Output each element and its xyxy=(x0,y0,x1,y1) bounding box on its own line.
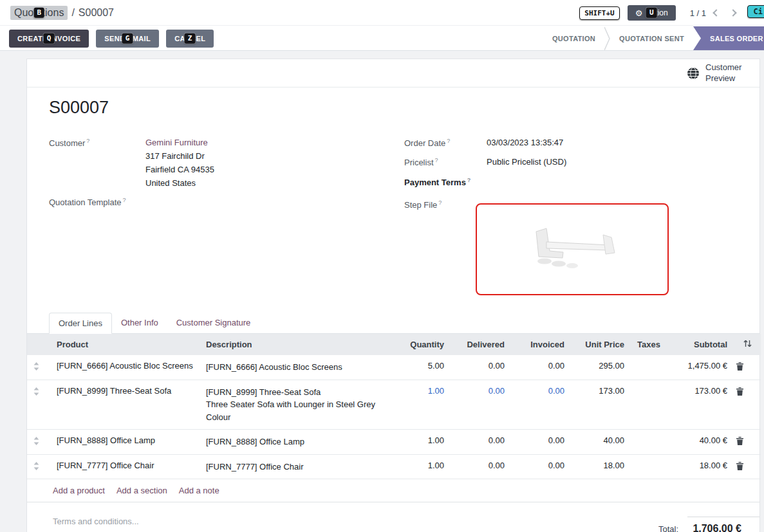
toggle-columns-button[interactable] xyxy=(734,334,761,355)
keyboard-shortcut-badge: SHIFT+U xyxy=(579,6,619,20)
step-file-image[interactable] xyxy=(476,203,669,295)
tab-customer-signature[interactable]: Customer Signature xyxy=(167,313,260,333)
cell-taxes[interactable] xyxy=(631,380,669,430)
drag-handle-icon[interactable] xyxy=(27,355,50,380)
cell-product[interactable]: [FURN_7777] Office Chair xyxy=(50,454,200,479)
subtotal-column-header[interactable]: Subtotal xyxy=(669,334,734,355)
terms-and-conditions-field[interactable]: Terms and conditions... xyxy=(53,517,139,526)
pricelist-value[interactable]: Public Pricelist (USD) xyxy=(487,157,566,167)
cell-product[interactable]: [FURN_8999] Three-Seat Sofa xyxy=(50,380,200,430)
add-note-link[interactable]: Add a note xyxy=(179,486,219,495)
help-tooltip-icon[interactable]: ? xyxy=(447,138,450,144)
breadcrumb-quotations[interactable]: Quotations B xyxy=(10,6,68,20)
delete-line-button[interactable] xyxy=(736,437,743,445)
cell-unit-price[interactable]: 40.00 xyxy=(571,430,631,455)
delivered-column-header[interactable]: Delivered xyxy=(451,334,511,355)
description-column-header[interactable]: Description xyxy=(200,334,393,355)
action-buttons: CREATE INVOICE Q SEND EMAIL G CANCEL Z xyxy=(9,26,214,51)
cell-taxes[interactable] xyxy=(631,454,669,479)
create-invoice-button[interactable]: CREATE INVOICE Q xyxy=(9,30,89,48)
help-tooltip-icon[interactable]: ? xyxy=(467,177,471,183)
delete-line-button[interactable] xyxy=(736,387,743,396)
add-section-link[interactable]: Add a section xyxy=(116,486,167,495)
cell-quantity[interactable]: 1.00 xyxy=(393,430,451,455)
sales-order-page: Quotations B / S00007 SHIFT+U ⚙ Action U… xyxy=(0,0,764,532)
payment-terms-field[interactable] xyxy=(487,177,667,188)
hint-badge-ci: Ci xyxy=(747,5,764,18)
cell-delivered[interactable]: 0.00 xyxy=(451,355,511,380)
delete-line-button[interactable] xyxy=(736,362,743,371)
cell-invoiced[interactable]: 0.00 xyxy=(511,454,571,479)
cell-delivered[interactable]: 0.00 xyxy=(451,454,511,479)
handle-column-header xyxy=(27,334,50,355)
tab-other-info[interactable]: Other Info xyxy=(112,313,167,333)
order-date-value[interactable]: 03/03/2023 13:35:47 xyxy=(487,138,563,147)
cell-description[interactable]: [FURN_7777] Office Chair xyxy=(200,454,393,479)
customer-address-line2: Fairfield CA 94535 xyxy=(145,165,214,174)
taxes-column-header[interactable]: Taxes xyxy=(631,334,669,355)
help-tooltip-icon[interactable]: ? xyxy=(86,138,89,144)
quotation-template-field[interactable] xyxy=(145,197,326,208)
drag-handle-icon[interactable] xyxy=(27,454,50,479)
content-area: Customer Preview S00007 Customer? Gemini… xyxy=(0,51,764,532)
cell-delivered[interactable]: 0.00 xyxy=(451,430,511,455)
cell-quantity[interactable]: 1.00 xyxy=(393,380,451,430)
hint-badge-g: G xyxy=(122,33,133,44)
cell-subtotal: 40.00 € xyxy=(669,430,734,455)
cell-product[interactable]: [FURN_6666] Acoustic Bloc Screens xyxy=(50,355,200,380)
form-sheet: Customer Preview S00007 Customer? Gemini… xyxy=(26,59,760,532)
order-line-row[interactable]: [FURN_7777] Office Chair [FURN_7777] Off… xyxy=(27,454,761,479)
drag-handle-icon[interactable] xyxy=(27,380,50,430)
tab-order-lines[interactable]: Order Lines xyxy=(49,313,112,334)
cell-quantity[interactable]: 5.00 xyxy=(393,355,451,380)
sheet-footer: Terms and conditions... Total: 1,706.00 … xyxy=(27,502,759,532)
help-tooltip-icon[interactable]: ? xyxy=(438,199,442,206)
hint-badge-b: B xyxy=(33,8,44,18)
totals-block: Total: 1,706.00 € xyxy=(658,517,759,532)
sheet-header: Customer Preview xyxy=(27,59,759,87)
cell-invoiced[interactable]: 0.00 xyxy=(511,355,571,380)
payment-terms-field-label: Payment Terms? xyxy=(404,177,471,187)
cell-description[interactable]: [FURN_8888] Office Lamp xyxy=(200,430,393,455)
cell-unit-price[interactable]: 18.00 xyxy=(571,454,631,479)
trash-icon xyxy=(736,362,743,371)
unit-price-column-header[interactable]: Unit Price xyxy=(571,334,631,355)
pager-next-icon[interactable] xyxy=(729,9,736,16)
order-line-row[interactable]: [FURN_8888] Office Lamp [FURN_8888] Offi… xyxy=(27,430,761,455)
cell-description[interactable]: [FURN_6666] Acoustic Bloc Screens xyxy=(200,355,393,380)
customer-name-link[interactable]: Gemini Furniture xyxy=(145,138,208,147)
cell-taxes[interactable] xyxy=(631,430,669,455)
status-step-sales-order[interactable]: SALES ORDER xyxy=(693,26,764,50)
order-line-row[interactable]: [FURN_8999] Three-Seat Sofa [FURN_8999] … xyxy=(27,380,761,430)
help-tooltip-icon[interactable]: ? xyxy=(123,197,126,203)
cell-invoiced[interactable]: 0.00 xyxy=(511,380,571,430)
cell-unit-price[interactable]: 295.00 xyxy=(571,355,631,380)
cell-product[interactable]: [FURN_8888] Office Lamp xyxy=(50,430,200,455)
product-column-header[interactable]: Product xyxy=(50,334,200,355)
cell-invoiced[interactable]: 0.00 xyxy=(511,430,571,455)
send-email-button[interactable]: SEND EMAIL G xyxy=(96,30,159,48)
record-title[interactable]: S00007 xyxy=(49,98,109,118)
quantity-column-header[interactable]: Quantity xyxy=(393,334,451,355)
customer-preview-button[interactable]: Customer Preview xyxy=(687,62,745,84)
action-menu-button[interactable]: ⚙ Action U xyxy=(628,5,676,21)
sort-arrows-icon xyxy=(743,340,752,347)
trash-icon xyxy=(736,437,743,445)
delete-line-button[interactable] xyxy=(736,462,743,470)
drag-handle-icon[interactable] xyxy=(27,430,50,455)
cell-description[interactable]: [FURN_8999] Three-Seat Sofa Three Seater… xyxy=(200,380,393,430)
invoiced-column-header[interactable]: Invoiced xyxy=(511,334,571,355)
cell-unit-price[interactable]: 173.00 xyxy=(571,380,631,430)
cell-taxes[interactable] xyxy=(631,355,669,380)
cancel-button[interactable]: CANCEL Z xyxy=(166,30,214,48)
order-line-row[interactable]: [FURN_6666] Acoustic Bloc Screens [FURN_… xyxy=(27,355,761,380)
pager-previous-icon[interactable] xyxy=(713,9,720,16)
status-step-quotation-sent[interactable]: QUOTATION SENT xyxy=(610,26,693,50)
total-amount-wrap: 1,706.00 € xyxy=(687,517,759,532)
cell-delivered[interactable]: 0.00 xyxy=(451,380,511,430)
add-product-link[interactable]: Add a product xyxy=(53,486,105,495)
cell-quantity[interactable]: 1.00 xyxy=(393,454,451,479)
order-date-field-label: Order Date? xyxy=(404,138,450,148)
status-step-quotation[interactable]: QUOTATION xyxy=(543,26,604,50)
help-tooltip-icon[interactable]: ? xyxy=(435,157,438,163)
